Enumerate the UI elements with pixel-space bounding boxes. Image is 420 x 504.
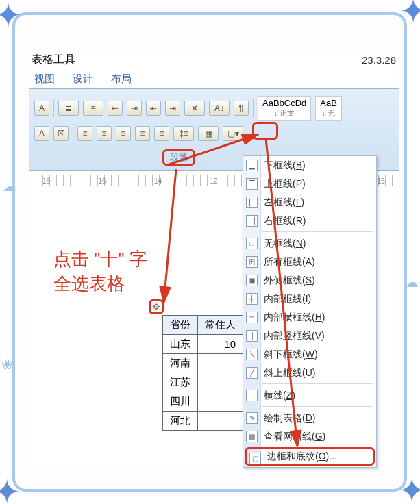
ribbon-button[interactable]: ✕ [184, 101, 205, 116]
tab-design[interactable]: 设计 [70, 70, 96, 88]
decor-doodle: ❀ [1, 356, 13, 373]
ribbon-button[interactable]: ⇥ [165, 101, 180, 116]
align-right-button[interactable]: ≡ [116, 126, 131, 141]
annotation-arrow [169, 131, 265, 168]
col-header[interactable]: 省份 [163, 316, 198, 335]
border-icon: 田 [246, 256, 258, 268]
svg-line-0 [169, 134, 258, 164]
title-bar: 表格工具 23.3.28 [29, 49, 399, 70]
table-row: 省份 常住人 [163, 316, 243, 335]
svg-line-2 [266, 138, 297, 446]
border-icon: ▢ [249, 453, 261, 464]
border-icon: ═ [246, 312, 258, 323]
decorative-frame: 表格工具 23.3.28 视图 设计 布局 A ≣ ≡ ⇤ ⇥ ⇤ ⇥ ✕ A↓ [12, 12, 407, 492]
border-icon: ┼ [246, 293, 258, 305]
annotation-arrow [162, 169, 183, 309]
ribbon-button[interactable]: A [34, 101, 49, 116]
align-distribute-button[interactable]: ≡ [154, 126, 169, 141]
style-gallery-item[interactable]: AaBbCcDd ↓ 正文 [258, 96, 311, 121]
show-marks-button[interactable]: ¶ [234, 101, 249, 116]
decor-doodle: ☁ [3, 178, 16, 194]
decor-star-br: ✦ [398, 471, 420, 504]
border-icon: ║ [246, 330, 258, 342]
col-header[interactable]: 常住人 [198, 316, 243, 335]
ribbon-button[interactable]: ☒ [53, 126, 69, 141]
numbering-button[interactable]: ≡ [83, 101, 103, 116]
border-icon: ╱ [246, 367, 258, 379]
sample-table[interactable]: 省份 常住人 山东10 河南 江苏 四川 河北 [162, 315, 243, 431]
inc-indent-button[interactable]: ⇥ [127, 101, 142, 116]
table-row: 山东10 [163, 335, 243, 354]
contextual-tab-title: 表格工具 [32, 53, 75, 67]
decor-star-tl: ✦ [0, 0, 22, 34]
sort-button[interactable]: A↓ [209, 101, 230, 116]
bullets-button[interactable]: ≣ [58, 101, 79, 116]
border-icon: ▕ [246, 215, 258, 227]
align-justify-button[interactable]: ≡ [135, 126, 150, 141]
align-center-button[interactable]: ≡ [97, 126, 112, 141]
border-icon: ╲ [246, 349, 258, 360]
align-left-button[interactable]: ≡ [77, 126, 92, 141]
table-row: 江苏 [163, 373, 243, 392]
ribbon-button[interactable]: ⇤ [146, 101, 161, 116]
table-row: 河南 [163, 354, 243, 373]
table-move-handle[interactable]: ✥ [149, 299, 164, 314]
tab-layout[interactable]: 布局 [108, 70, 134, 88]
decor-star-tr: ✦ [399, 0, 420, 30]
annotation-hint: 点击 "十" 字 全选表格 [53, 247, 147, 296]
table-row: 四川 [163, 392, 243, 412]
ribbon-button[interactable]: A [34, 126, 49, 141]
style-gallery-item[interactable]: AaB ↓ 无 [315, 96, 342, 121]
decor-star-bl: ✦ [0, 473, 21, 504]
border-icon: ✎ [246, 412, 258, 424]
table-row: 河北 [163, 412, 243, 431]
border-icon: — [246, 390, 258, 401]
annotation-arrow [263, 138, 304, 456]
border-icon: ▔ [246, 178, 258, 190]
border-icon: □ [246, 238, 258, 249]
tab-view[interactable]: 视图 [32, 70, 58, 88]
version-label: 23.3.28 [362, 54, 396, 66]
svg-line-1 [164, 169, 176, 303]
border-icon: ▦ [246, 431, 258, 442]
border-icon: ▣ [246, 275, 258, 286]
dec-indent-button[interactable]: ⇤ [108, 101, 123, 116]
decor-doodle: ☁ [405, 274, 419, 290]
ribbon-tabs: 视图 设计 布局 [29, 70, 399, 89]
border-icon: ▏ [246, 197, 258, 208]
